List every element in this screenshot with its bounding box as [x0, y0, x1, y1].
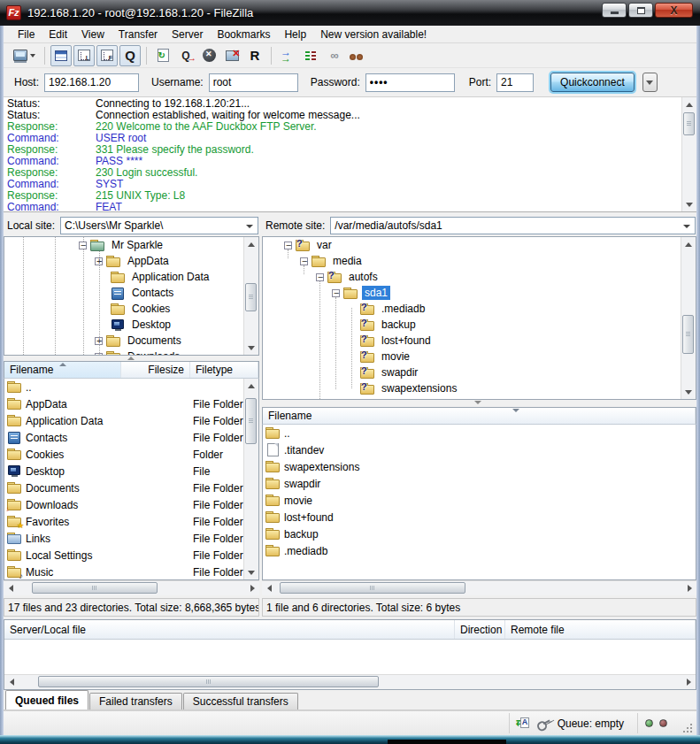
tree-item[interactable]: ?★↓♪ swapdir — [263, 364, 680, 380]
tree-expander[interactable] — [79, 242, 87, 249]
maximize-button[interactable] — [628, 3, 653, 18]
tree-item[interactable]: ?★↓♪ Cookies — [4, 301, 242, 317]
message-log-toggle-button[interactable] — [50, 45, 72, 66]
remote-tree-scrollbar[interactable] — [681, 237, 696, 399]
file-row[interactable]: ?★↓♪Contacts File Folder — [4, 429, 243, 446]
tree-expander[interactable] — [332, 289, 340, 297]
local-list-hscrollbar[interactable] — [4, 580, 259, 595]
column-header-filetype[interactable]: Filetype — [190, 362, 258, 378]
new-version-link[interactable]: New version available! — [313, 27, 434, 42]
column-header-remote-file[interactable]: Remote file — [505, 620, 696, 639]
menu-item[interactable]: Transfer — [112, 27, 165, 42]
remote-site-combo[interactable]: /var/media/autofs/sda1 — [330, 217, 696, 234]
file-row[interactable]: ?★↓♪.titandev — [263, 441, 696, 458]
scroll-left-arrow[interactable] — [4, 675, 19, 689]
local-tree-toggle-button[interactable]: L — [73, 45, 95, 66]
tree-expander[interactable] — [284, 242, 292, 249]
tree-expander[interactable] — [95, 353, 103, 356]
menu-item[interactable]: Server — [165, 27, 210, 42]
username-input[interactable] — [209, 73, 298, 92]
port-input[interactable] — [496, 73, 534, 92]
disconnect-button[interactable] — [221, 45, 242, 66]
column-header-server-local-file[interactable]: Server/Local file — [4, 620, 455, 639]
file-row[interactable]: ?★↓♪AppData File Folder — [4, 395, 243, 412]
file-row[interactable]: ?★↓♪Local Settings File Folder — [4, 547, 243, 564]
scroll-down-arrow[interactable] — [244, 565, 258, 579]
menu-item[interactable]: Help — [277, 27, 313, 42]
tree-item[interactable]: ?★↓♪ media — [263, 253, 680, 269]
tree-item[interactable]: ?★↓♪ swapextensions — [263, 380, 680, 396]
menu-item[interactable]: Edit — [42, 27, 74, 42]
quickconnect-dropdown-button[interactable] — [642, 73, 658, 92]
tree-expander[interactable] — [95, 257, 103, 265]
log-scrollbar[interactable] — [681, 97, 696, 211]
column-header-filename[interactable]: Filename — [263, 408, 696, 424]
file-row[interactable]: ?★↓♪Favorites File Folder — [4, 513, 243, 530]
tree-item[interactable]: ?★↓♪ Contacts — [4, 285, 242, 301]
scroll-thumb[interactable] — [38, 676, 379, 687]
menu-item[interactable]: File — [11, 27, 42, 42]
collapse-arrow-icon[interactable] — [474, 401, 481, 404]
file-row[interactable]: ?★↓♪Links File Folder — [4, 530, 243, 547]
tree-item[interactable]: ?★↓♪ Application Data — [4, 269, 242, 285]
queue-hscrollbar[interactable] — [4, 674, 696, 689]
file-row[interactable]: ?★↓♪Documents File Folder — [4, 479, 243, 496]
file-row[interactable]: ?★↓♪.. — [4, 379, 243, 395]
synchronized-browsing-button[interactable]: ∞ — [323, 45, 344, 66]
scroll-thumb[interactable] — [32, 582, 158, 594]
reconnect-button[interactable]: R — [244, 45, 265, 66]
scroll-thumb[interactable] — [245, 283, 257, 311]
find-files-button[interactable] — [346, 45, 367, 66]
local-list-scrollbar[interactable] — [243, 379, 258, 579]
file-row[interactable]: ?★↓♪Desktop File — [4, 463, 243, 479]
local-tree-scrollbar[interactable] — [243, 237, 258, 355]
tree-item[interactable]: ?★↓♪ sda1 — [263, 285, 680, 301]
local-site-combo[interactable]: C:\Users\Mr Sparkle\ — [60, 217, 258, 234]
minimize-button[interactable] — [602, 3, 627, 18]
tree-item[interactable]: ?★↓♪ autofs — [263, 269, 680, 285]
scroll-right-arrow[interactable] — [245, 581, 259, 595]
column-header-filesize[interactable]: Filesize — [121, 362, 190, 378]
tree-item[interactable]: ?★↓♪ lost+found — [263, 333, 680, 349]
file-row[interactable]: ?★↓♪Downloads File Folder — [4, 496, 243, 513]
scroll-thumb[interactable] — [280, 582, 465, 594]
tree-item[interactable]: ?★↓♪ Downloads — [4, 349, 242, 355]
tree-item[interactable]: ?★↓♪ AppData — [4, 253, 242, 269]
file-row[interactable]: ?★↓♪movie — [263, 492, 696, 509]
transfer-type-icon[interactable] — [517, 717, 530, 730]
close-button[interactable]: X — [655, 3, 693, 18]
quickconnect-button[interactable]: Quickconnect — [550, 73, 635, 92]
tree-expander[interactable] — [316, 273, 324, 281]
process-queue-button[interactable]: Q — [175, 45, 196, 66]
file-row[interactable]: ?★↓♪Cookies Folder — [4, 446, 243, 463]
remote-list-hscrollbar[interactable] — [262, 580, 696, 595]
file-row[interactable]: ?★↓♪backup — [263, 525, 696, 542]
tree-item[interactable]: ?★↓♪ .mediadb — [263, 301, 680, 317]
column-header-direction[interactable]: Direction — [455, 620, 505, 639]
directory-comparison-button[interactable] — [300, 45, 321, 66]
file-row[interactable]: ?★↓♪.mediadb — [263, 542, 696, 559]
collapse-arrow-icon[interactable] — [127, 357, 135, 360]
tree-expander[interactable] — [95, 337, 103, 345]
scroll-up-arrow[interactable] — [244, 379, 258, 393]
tree-item[interactable]: ?★↓♪ Documents — [4, 333, 242, 349]
scroll-left-arrow[interactable] — [262, 581, 276, 595]
resize-grip[interactable] — [682, 723, 693, 733]
tree-item[interactable]: ?★↓♪ backup — [263, 317, 680, 333]
cancel-button[interactable] — [198, 45, 219, 66]
unsecure-connection-icon[interactable] — [535, 715, 553, 732]
scroll-thumb[interactable] — [682, 315, 694, 354]
refresh-button[interactable] — [152, 45, 173, 66]
scroll-down-arrow[interactable] — [244, 341, 258, 355]
tree-item[interactable]: ?★↓♪ movie — [263, 349, 680, 364]
site-manager-button[interactable] — [9, 45, 39, 66]
file-row[interactable]: ?★↓♪swapextensions — [263, 458, 696, 475]
menu-item[interactable]: Bookmarks — [210, 27, 277, 42]
queue-tab[interactable]: Successful transfers — [183, 693, 298, 709]
scroll-thumb[interactable] — [683, 112, 695, 135]
queue-list[interactable] — [4, 640, 696, 674]
file-row[interactable]: ?★↓♪swapdir — [263, 475, 696, 492]
scroll-down-arrow[interactable] — [681, 385, 696, 399]
file-row[interactable]: ?★↓♪.. — [263, 425, 696, 441]
tree-item[interactable]: ?★↓♪ Desktop — [4, 317, 242, 333]
